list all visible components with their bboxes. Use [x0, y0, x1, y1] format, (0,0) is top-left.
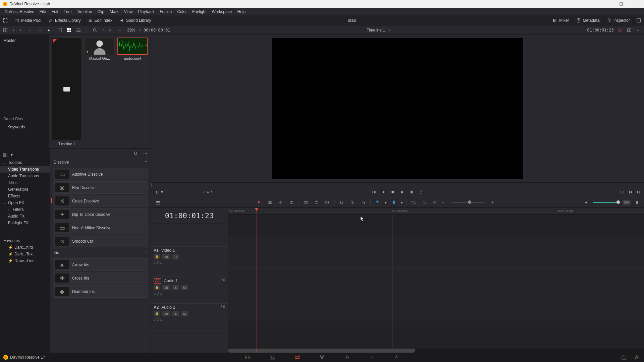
timeline-scrollbar[interactable]	[228, 349, 644, 353]
track-header-a1[interactable]: 2.0 A1Audio 1 🔓 ◫ S M 0 Clip	[151, 277, 228, 304]
media-pool-button[interactable]: Media Pool	[11, 15, 45, 25]
fx-arrow-iris[interactable]: ▲Arrow Iris	[53, 258, 148, 271]
timeline-view-options-icon[interactable]	[154, 199, 162, 206]
inspector-button[interactable]: Inspector	[603, 17, 634, 24]
zoom-slider[interactable]	[451, 202, 485, 203]
dim-button[interactable]: DIM	[623, 200, 631, 205]
stop-button[interactable]	[390, 190, 395, 194]
chevron-down-icon[interactable]: ▾	[385, 200, 387, 205]
close-button[interactable]	[628, 0, 641, 8]
menu-davinci[interactable]: DaVinci Resolve	[2, 9, 37, 15]
fx-cross-dissolve[interactable]: ⤨Cross Dissolve	[53, 195, 148, 207]
solo-button[interactable]: S	[172, 311, 179, 316]
timeline-ruler[interactable]: 01:00:00:00 01:00:08:00 01:00:16:00	[228, 208, 644, 215]
chevron-down-icon[interactable]: ▾	[102, 28, 104, 32]
category-iris[interactable]: Iris⌃	[50, 248, 151, 257]
deliver-page-icon[interactable]	[392, 353, 400, 361]
solo-button[interactable]: S	[172, 285, 179, 290]
out-point-icon[interactable]	[636, 190, 641, 194]
single-viewer-icon[interactable]	[626, 27, 633, 34]
timeline-timecode[interactable]: 01:00:01:23	[151, 208, 228, 224]
menu-color[interactable]: Color	[174, 9, 190, 15]
menu-file[interactable]: File	[37, 9, 49, 15]
tree-generators[interactable]: Generators	[0, 186, 50, 193]
options-icon[interactable]: ⋯	[116, 27, 123, 34]
mute-icon[interactable]	[633, 199, 641, 206]
home-icon[interactable]	[620, 353, 628, 361]
media-page-icon[interactable]	[244, 353, 252, 361]
sound-library-button[interactable]: Sound Library	[116, 15, 155, 25]
fx-panel-toggle-icon[interactable]	[2, 152, 9, 158]
bin-keywords[interactable]: Keywords	[0, 123, 49, 131]
mixer-button[interactable]: Mixer	[549, 17, 573, 24]
disable-video-icon[interactable]: □	[172, 254, 179, 259]
tree-titles[interactable]: Titles	[0, 179, 50, 186]
viewer-scrubber[interactable]	[151, 182, 644, 187]
insert-icon[interactable]	[302, 199, 310, 206]
effects-library-button[interactable]: Effects Library	[45, 15, 84, 25]
chevron-down-icon[interactable]: ▾	[389, 28, 391, 32]
detail-zoom-icon[interactable]	[421, 199, 428, 206]
fav-item-1[interactable]: ⚡Dark...Text	[0, 251, 50, 257]
fx-additive-dissolve[interactable]: ▭Additive Dissolve	[53, 168, 148, 180]
tree-effects[interactable]: Effects	[0, 193, 50, 199]
tree-toolbox[interactable]: ⌄Toolbox	[0, 159, 50, 166]
loop-button[interactable]	[419, 190, 423, 194]
fx-cross-iris[interactable]: ✚Cross Iris	[53, 272, 148, 284]
zoom-in-icon[interactable]: +	[491, 200, 494, 205]
thumbnail-view-icon[interactable]	[66, 27, 72, 34]
list-view-icon[interactable]	[75, 27, 82, 34]
dynamic-trim-icon[interactable]	[277, 199, 284, 206]
next-edit-icon[interactable]: ›	[211, 190, 212, 194]
menu-mark[interactable]: Mark	[107, 9, 121, 15]
source-timecode[interactable]: 00:00:00:01	[144, 28, 170, 33]
search-icon[interactable]	[132, 150, 139, 157]
expand-icon[interactable]	[0, 15, 11, 25]
nav-fwd-icon[interactable]: ›	[26, 27, 33, 34]
clip-audio[interactable]: audio.mp4	[117, 38, 148, 146]
trim-tool-icon[interactable]	[266, 199, 274, 206]
bin-master[interactable]: Master	[0, 37, 49, 44]
lock-icon[interactable]: 🔓	[154, 311, 160, 316]
prev-frame-button[interactable]	[381, 190, 386, 194]
play-button[interactable]	[400, 190, 405, 194]
fx-dip-to-color[interactable]: ✦Dip To Color Dissolve	[53, 208, 148, 221]
category-dissolve[interactable]: Dissolve⌃	[50, 158, 151, 167]
custom-zoom-icon[interactable]	[431, 199, 439, 206]
zoom-out-icon[interactable]: −	[442, 200, 444, 205]
marker-icon[interactable]	[390, 199, 397, 206]
overwrite-icon[interactable]	[313, 199, 320, 206]
color-page-icon[interactable]	[343, 353, 351, 361]
next-frame-button[interactable]	[409, 190, 414, 194]
zoom-value[interactable]: 39%	[127, 28, 135, 33]
tree-openfx[interactable]: ⌄Open FX	[0, 199, 50, 206]
search-icon[interactable]	[92, 27, 98, 34]
lock-icon[interactable]: 🔓	[154, 254, 160, 259]
options-icon[interactable]: ⋯	[36, 27, 43, 34]
tree-audio-transitions[interactable]: Audio Transitions	[0, 173, 50, 179]
timeline-selector[interactable]: Timeline 1	[367, 28, 385, 33]
fusion-page-icon[interactable]	[318, 353, 326, 361]
volume-icon[interactable]	[583, 199, 590, 206]
transform-icon[interactable]	[154, 189, 161, 195]
nav-back-icon[interactable]: ‹	[17, 27, 24, 34]
tree-filters[interactable]: ›Filters	[0, 206, 50, 213]
menu-edit[interactable]: Edit	[49, 9, 61, 15]
fx-blur-dissolve[interactable]: ◉Blur Dissolve	[53, 181, 148, 194]
tree-fairlightfx[interactable]: Fairlight FX	[0, 220, 50, 226]
selection-tool-icon[interactable]	[256, 199, 263, 206]
chevron-down-icon[interactable]: ▾	[139, 28, 141, 32]
menu-workspace[interactable]: Workspace	[209, 9, 235, 15]
match-frame-icon[interactable]	[620, 190, 625, 194]
clip-timeline1[interactable]: Timeline 1	[51, 38, 82, 146]
edit-page-icon[interactable]	[293, 353, 301, 361]
project-settings-icon[interactable]	[633, 353, 641, 361]
prev-edit-icon[interactable]: ‹	[203, 190, 205, 194]
auto-select-icon[interactable]: ◫	[162, 254, 170, 259]
sort-icon[interactable]	[107, 27, 113, 34]
playhead[interactable]	[257, 208, 257, 353]
metadata-button[interactable]: Metadata	[573, 17, 603, 24]
flag-icon[interactable]	[374, 199, 381, 206]
record-icon[interactable]: ●	[45, 27, 52, 34]
timeline-tracks[interactable]: 01:00:00:00 01:00:08:00 01:00:16:00	[228, 208, 644, 353]
